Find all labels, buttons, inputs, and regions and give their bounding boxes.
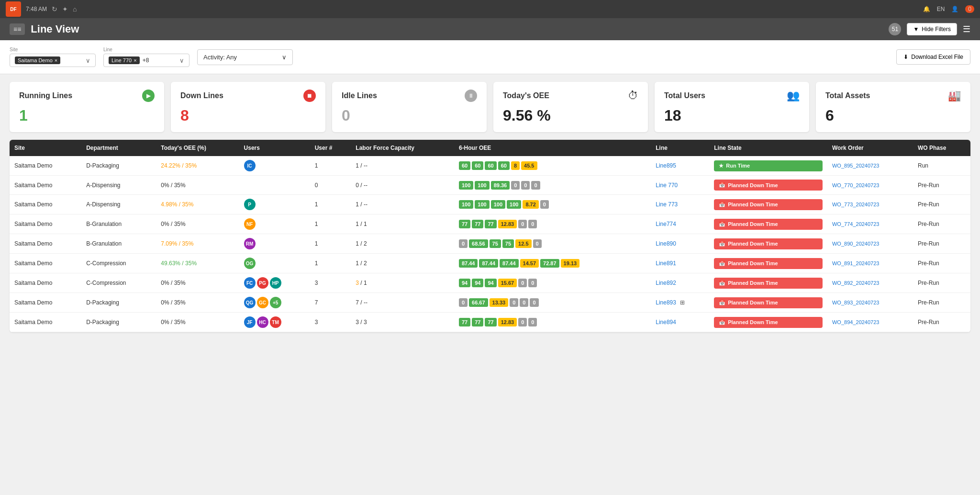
- state-icon: 📅: [719, 241, 725, 247]
- cell-oee: 0% / 35%: [156, 293, 239, 313]
- cell-user-count: 1: [310, 156, 351, 176]
- oee-bar-segment: 94: [459, 279, 470, 287]
- menu-icon[interactable]: ☰: [963, 24, 970, 34]
- cell-site: Saitama Demo: [10, 176, 81, 195]
- oee-bar-segment: 19.13: [561, 259, 580, 268]
- cell-line-state: 📅Planned Down Time: [709, 234, 827, 254]
- line-link[interactable]: Line891: [656, 260, 676, 267]
- oee-bar-segment: 0: [518, 220, 527, 228]
- cell-work-order: WO_773_20240723: [827, 195, 913, 214]
- cell-work-order: WO_892_20240723: [827, 273, 913, 293]
- notification-icon[interactable]: 🔔: [923, 6, 930, 12]
- user-icon[interactable]: 👤: [951, 6, 958, 12]
- puzzle-icon[interactable]: ✦: [62, 5, 68, 13]
- work-order-link[interactable]: WO_891_20240723: [832, 260, 879, 266]
- site-tag: Saitama Demo ×: [15, 56, 60, 64]
- home-icon[interactable]: ⌂: [73, 5, 77, 13]
- line-state-button[interactable]: 📅Planned Down Time: [714, 317, 823, 328]
- line-link[interactable]: Line893: [656, 299, 676, 306]
- state-label: Planned Down Time: [728, 241, 778, 247]
- language-selector[interactable]: EN: [937, 6, 945, 12]
- work-order-link[interactable]: WO_895_20240723: [832, 163, 879, 169]
- line-filter-group: Line Line 770 × +8 ∨: [103, 47, 189, 67]
- stat-header: Down Lines ⏹: [180, 90, 316, 102]
- work-order-link[interactable]: WO_773_20240723: [832, 202, 879, 207]
- oee-bar-segment: 77: [472, 220, 483, 228]
- oee-bar-segment: 8.72: [523, 200, 538, 209]
- cell-oee: 0% / 35%: [156, 214, 239, 234]
- line-state-button[interactable]: 📅Planned Down Time: [714, 238, 823, 249]
- table-body: Saitama DemoD-Packaging24.22% / 35%IC11 …: [10, 156, 970, 332]
- line-tag-close[interactable]: ×: [134, 57, 136, 63]
- line-link[interactable]: Line774: [656, 221, 676, 227]
- line-state-button[interactable]: 📅Planned Down Time: [714, 180, 823, 191]
- filter-icon: ▼: [913, 26, 919, 33]
- line-link[interactable]: Line 773: [656, 201, 678, 208]
- oee-bar-segment: 0: [533, 239, 542, 248]
- cell-labor: 0 / --: [351, 176, 454, 195]
- oee-bar-segment: 77: [472, 318, 483, 326]
- cell-dept: A-Dispensing: [81, 176, 156, 195]
- stat-title: Total Assets: [825, 91, 870, 100]
- line-state-button[interactable]: ★Run Time: [714, 160, 823, 171]
- oee-bar-segment: 100: [507, 200, 521, 209]
- line-link[interactable]: Line 770: [656, 182, 678, 189]
- oee-bar-segment: 60: [472, 161, 483, 170]
- cell-oee-bar: 1001001001008.720: [454, 195, 651, 214]
- count-badge: 51: [889, 23, 901, 35]
- cell-labor: 1 / 2: [351, 254, 454, 273]
- cell-users: IC: [239, 156, 310, 176]
- stat-header: Total Assets 🏭: [825, 90, 961, 102]
- line-state-button[interactable]: 📅Planned Down Time: [714, 258, 823, 269]
- avatar: IC: [244, 160, 256, 171]
- work-order-link[interactable]: WO_894_20240723: [832, 319, 879, 325]
- oee-bar-segment: 100: [459, 200, 473, 209]
- refresh-icon[interactable]: ↻: [52, 5, 57, 13]
- line-link[interactable]: Line892: [656, 280, 676, 286]
- stat-card-0: Running Lines ▶ 1: [10, 82, 164, 132]
- cell-line-state: ★Run Time: [709, 156, 827, 176]
- table-row: Saitama DemoD-Packaging0% / 35%JFHCTM33 …: [10, 313, 970, 332]
- cell-user-count: 3: [310, 273, 351, 293]
- state-label: Planned Down Time: [728, 319, 778, 325]
- avatar: TM: [270, 316, 281, 328]
- cell-line: Line891: [651, 254, 709, 273]
- oee-bar-segment: 94: [485, 279, 496, 287]
- logo-text: DF: [10, 7, 16, 12]
- oee-bar-segment: 68.56: [469, 239, 488, 248]
- work-order-link[interactable]: WO_892_20240723: [832, 280, 879, 286]
- line-link[interactable]: Line895: [656, 162, 676, 169]
- cell-dept: B-Granulation: [81, 234, 156, 254]
- cell-user-count: 3: [310, 313, 351, 332]
- cell-users: NF: [239, 214, 310, 234]
- line-state-button[interactable]: 📅Planned Down Time: [714, 199, 823, 210]
- line-filter[interactable]: Line 770 × +8 ∨: [103, 54, 189, 67]
- line-tag-value: Line 770: [111, 57, 132, 63]
- site-filter[interactable]: Saitama Demo × ∨: [10, 54, 96, 67]
- cell-oee-bar: 94949415.6700: [454, 273, 651, 293]
- download-excel-button[interactable]: ⬇ Download Excel File: [896, 49, 970, 65]
- table-row: Saitama DemoB-Granulation0% / 35%NF11 / …: [10, 214, 970, 234]
- activity-filter[interactable]: Activity: Any ∨: [197, 49, 293, 65]
- oee-bar-segment: 60: [459, 161, 470, 170]
- cell-wo-phase: Run: [913, 156, 970, 176]
- line-link[interactable]: Line894: [656, 319, 676, 326]
- work-order-link[interactable]: WO_770_20240723: [832, 182, 879, 188]
- line-state-button[interactable]: 📅Planned Down Time: [714, 219, 823, 230]
- hide-filters-button[interactable]: ▼ Hide Filters: [907, 23, 957, 35]
- cell-oee: 0% / 35%: [156, 176, 239, 195]
- oee-bar-segment: 77: [459, 318, 470, 326]
- cell-oee: 0% / 35%: [156, 313, 239, 332]
- work-order-link[interactable]: WO_893_20240723: [832, 300, 879, 305]
- line-state-button[interactable]: 📅Planned Down Time: [714, 297, 823, 308]
- work-order-link[interactable]: WO_890_20240723: [832, 241, 879, 247]
- line-state-button[interactable]: 📅Planned Down Time: [714, 278, 823, 289]
- avatar: OG: [244, 258, 256, 269]
- work-order-link[interactable]: WO_774_20240723: [832, 221, 879, 227]
- line-label: Line: [103, 47, 189, 52]
- state-icon: ★: [719, 163, 724, 169]
- site-tag-close[interactable]: ×: [55, 57, 57, 63]
- stats-row: Running Lines ▶ 1 Down Lines ⏹ 8 Idle Li…: [0, 74, 980, 140]
- oee-bar-segment: 0: [531, 181, 540, 190]
- line-link[interactable]: Line890: [656, 240, 676, 247]
